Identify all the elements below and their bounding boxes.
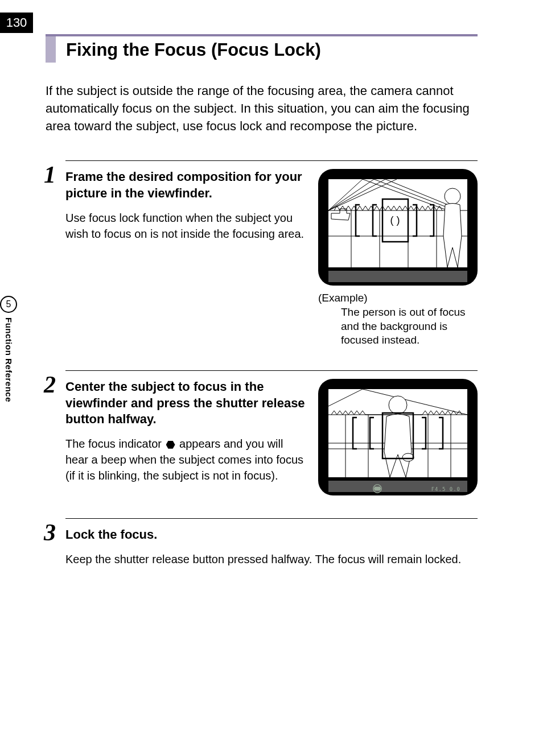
step-number: 2	[44, 371, 56, 398]
step-1-caption: (Example) The person is out of focus and…	[318, 291, 478, 348]
page-number-tab: 130	[0, 13, 33, 33]
side-tab-chapter-number: 5	[6, 299, 11, 309]
step-body: The focus indicator appears and you will…	[65, 436, 307, 484]
step-body: Use focus lock function when the subject…	[65, 210, 307, 242]
step-2: 2 Center the subject to focus in the vie…	[65, 370, 478, 495]
page-content: Fixing the Focus (Focus Lock) If the sub…	[46, 34, 478, 590]
caption-body: The person is out of focus and the backg…	[318, 305, 478, 348]
viewfinder-illustration-1: ( )	[318, 169, 478, 286]
step-number: 3	[44, 519, 56, 546]
focus-indicator-icon	[166, 441, 175, 449]
svg-point-25	[389, 396, 407, 414]
step-3: 3 Lock the focus. Keep the shutter relea…	[65, 518, 478, 567]
svg-line-6	[385, 179, 448, 205]
svg-line-16	[328, 389, 363, 406]
side-tab: 5 Function Reference	[0, 296, 18, 402]
side-tab-chapter-circle: 5	[0, 296, 17, 313]
svg-point-26	[402, 453, 414, 461]
viewfinder-display-text: F4.5 0.0	[431, 486, 460, 492]
svg-line-2	[328, 179, 374, 210]
side-tab-label: Function Reference	[4, 317, 14, 402]
page-number: 130	[6, 15, 27, 30]
svg-text:( ): ( )	[390, 214, 400, 226]
viewfinder-illustration-2: F4.5 0.0	[318, 379, 478, 495]
section-header-bar	[46, 36, 56, 63]
svg-point-13	[445, 188, 460, 204]
section-title: Fixing the Focus (Focus Lock)	[66, 36, 321, 63]
intro-paragraph: If the subject is outside the range of t…	[46, 82, 478, 135]
step-body-pre: The focus indicator	[65, 437, 165, 450]
step-title: Frame the desired composition for your p…	[65, 169, 307, 201]
step-title: Lock the focus.	[65, 527, 478, 543]
step-number: 1	[44, 161, 56, 188]
step-body: Keep the shutter release button pressed …	[65, 551, 478, 567]
step-1: 1 Frame the desired composition for your…	[65, 160, 478, 348]
svg-line-17	[363, 389, 467, 415]
svg-line-5	[374, 179, 448, 208]
section-header: Fixing the Focus (Focus Lock)	[46, 34, 478, 63]
svg-marker-29	[374, 487, 381, 491]
caption-head: (Example)	[318, 292, 368, 304]
step-title: Center the subject to focus in the viewf…	[65, 379, 307, 428]
focus-confirm-icon	[372, 484, 382, 494]
